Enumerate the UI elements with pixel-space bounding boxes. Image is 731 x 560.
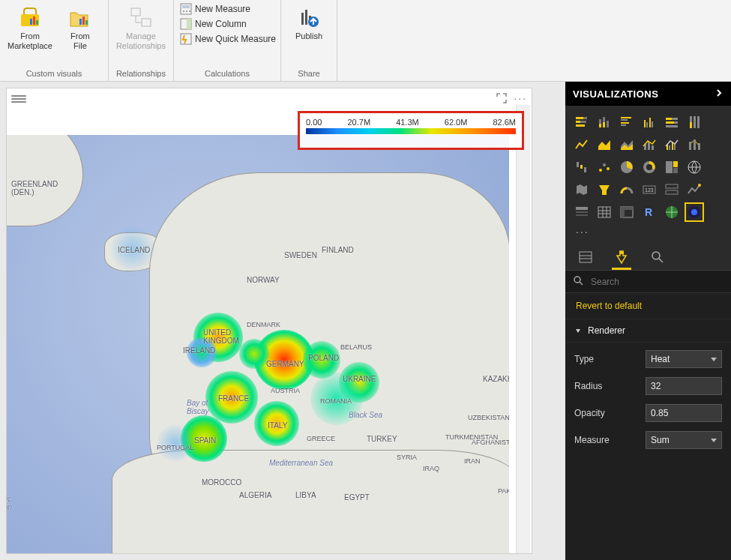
viz-clustered-column-icon[interactable] <box>640 113 658 131</box>
viz-card-icon[interactable]: 123 <box>640 181 658 199</box>
viz-ribbon-icon[interactable] <box>685 136 703 154</box>
viz-100stacked-bar-icon[interactable] <box>663 113 681 131</box>
map-visual[interactable]: ··· 0.00 20.7M 41.3M 62.0M 82.6M <box>6 88 532 554</box>
opacity-input[interactable] <box>646 404 722 422</box>
new-column-button[interactable]: New Column <box>180 18 276 30</box>
viz-custom-heatmap-icon[interactable] <box>685 203 703 221</box>
viz-table-icon[interactable] <box>595 203 613 221</box>
tab-format-icon[interactable] <box>612 247 631 270</box>
svg-rect-7 <box>131 8 140 16</box>
svg-rect-29 <box>603 122 605 127</box>
svg-rect-2 <box>33 16 35 25</box>
viz-donut-icon[interactable] <box>640 158 658 176</box>
viz-arcgis-icon[interactable] <box>663 203 681 221</box>
renderer-properties: Type Heat Radius Opacity Measure Sum <box>565 343 731 461</box>
chevron-down-icon <box>711 358 717 361</box>
svg-rect-47 <box>697 116 700 128</box>
report-canvas[interactable]: ··· 0.00 20.7M 41.3M 62.0M 82.6M <box>0 82 565 560</box>
gallery-more-icon[interactable]: ··· <box>573 226 724 238</box>
svg-marker-74 <box>599 185 610 195</box>
measure-icon <box>180 3 192 15</box>
lbl-sweden: SWEDEN <box>284 251 317 259</box>
focus-mode-icon[interactable] <box>496 92 508 106</box>
viz-funnel-icon[interactable] <box>595 181 613 199</box>
svg-rect-55 <box>669 145 670 150</box>
viz-multirow-card-icon[interactable] <box>663 181 681 199</box>
viz-line-clustered-column-icon[interactable] <box>663 136 681 154</box>
viz-area-icon[interactable] <box>595 136 613 154</box>
ribbon-group-relationships: Manage Relationships Relationships <box>109 0 174 81</box>
collapse-pane-icon[interactable] <box>715 88 724 100</box>
ribbon-group-share: Publish Share <box>281 0 337 81</box>
ribbon-group-calculations: New Measure New Column New Quick Measure… <box>174 0 281 81</box>
manage-relationships-button[interactable]: Manage Relationships <box>113 3 169 52</box>
from-file-button[interactable]: From File <box>57 3 103 52</box>
svg-point-101 <box>574 277 580 283</box>
marketplace-icon <box>17 4 43 30</box>
viz-stacked-bar-icon[interactable] <box>573 113 591 131</box>
svg-rect-90 <box>621 207 633 210</box>
viz-map-icon[interactable] <box>685 158 703 176</box>
viz-waterfall-icon[interactable] <box>573 158 591 176</box>
svg-rect-18 <box>305 10 307 25</box>
lbl-turkmenistan: TURKMENISTAN <box>445 433 498 441</box>
svg-rect-70 <box>666 161 673 173</box>
viz-kpi-icon[interactable] <box>685 181 703 199</box>
search-input[interactable] <box>589 276 724 288</box>
radius-input[interactable] <box>646 377 722 395</box>
publish-button[interactable]: Publish <box>286 3 332 43</box>
lbl-kazakhstan: KAZAKH <box>483 375 509 383</box>
new-quick-measure-button[interactable]: New Quick Measure <box>180 33 276 45</box>
viz-stacked-area-icon[interactable] <box>618 136 636 154</box>
viz-100stacked-column-icon[interactable] <box>685 113 703 131</box>
svg-rect-33 <box>621 122 629 124</box>
viz-line-stacked-column-icon[interactable] <box>640 136 658 154</box>
viz-pie-icon[interactable] <box>618 158 636 176</box>
file-icon <box>67 4 93 30</box>
legend-t0: 0.00 <box>306 118 322 127</box>
revert-to-default-link[interactable]: Revert to default <box>565 293 731 319</box>
section-renderer-header[interactable]: Renderer <box>565 319 731 343</box>
lbl-syria: SYRIA <box>397 454 417 461</box>
viz-line-icon[interactable] <box>573 136 591 154</box>
lbl-iran: IRAN <box>464 457 481 465</box>
lbl-portugal: PORTUGAL <box>157 444 193 451</box>
legend-gradient <box>306 128 516 134</box>
new-quick-measure-label: New Quick Measure <box>195 34 276 44</box>
viz-slicer-icon[interactable] <box>573 203 591 221</box>
tab-fields-icon[interactable] <box>576 247 595 270</box>
lbl-libya: LIBYA <box>295 491 316 499</box>
new-measure-button[interactable]: New Measure <box>180 3 276 15</box>
heatmap-map[interactable]: GREENLAND (DEN.) ICELAND UNITED KINGDOM … <box>7 135 509 553</box>
svg-rect-38 <box>652 121 653 127</box>
svg-rect-42 <box>666 121 674 124</box>
legend-t4: 82.6M <box>493 118 516 127</box>
viz-filled-map-icon[interactable] <box>573 181 591 199</box>
svg-rect-8 <box>142 19 151 26</box>
type-dropdown[interactable]: Heat <box>646 350 722 368</box>
viz-clustered-bar-icon[interactable] <box>618 113 636 131</box>
viz-treemap-icon[interactable] <box>663 158 681 176</box>
viz-gauge-icon[interactable] <box>618 181 636 199</box>
visual-scrollbar[interactable] <box>516 105 530 553</box>
svg-rect-23 <box>576 121 580 123</box>
workspace: ··· 0.00 20.7M 41.3M 62.0M 82.6M <box>0 82 731 560</box>
from-marketplace-button[interactable]: From Marketplace <box>4 3 55 52</box>
more-options-icon[interactable]: ··· <box>514 92 527 106</box>
tab-analytics-icon[interactable] <box>648 247 667 270</box>
svg-rect-43 <box>666 125 678 127</box>
hamburger-icon[interactable] <box>11 94 26 104</box>
lbl-uk: UNITED KINGDOM <box>203 328 239 345</box>
svg-point-64 <box>599 169 602 172</box>
from-file-label: From File <box>70 31 90 51</box>
viz-matrix-icon[interactable] <box>618 203 636 221</box>
legend-t1: 20.7M <box>347 118 370 127</box>
svg-rect-22 <box>583 117 587 119</box>
measure-dropdown[interactable]: Sum <box>646 431 722 449</box>
viz-r-icon[interactable]: R <box>640 203 658 221</box>
viz-stacked-column-icon[interactable] <box>595 113 613 131</box>
lbl-medsea: Mediterranean Sea <box>269 459 333 467</box>
lbl-pakistan: PAKI <box>498 487 509 495</box>
viz-scatter-icon[interactable] <box>595 158 613 176</box>
lbl-ireland: IRELAND <box>183 346 215 355</box>
